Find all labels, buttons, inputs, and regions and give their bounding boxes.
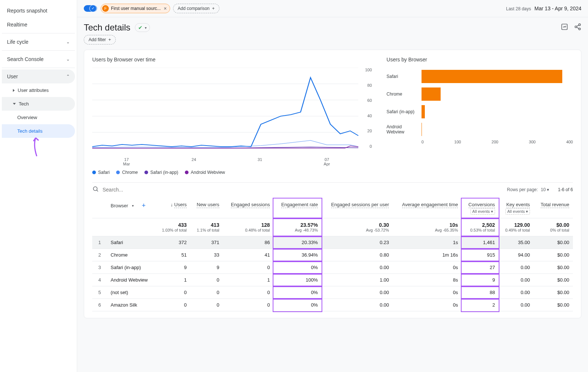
cell-conversions: 915 bbox=[462, 249, 499, 261]
cell-engagement-rate: 0% bbox=[273, 261, 322, 274]
cell-avg-time: 1m 16s bbox=[392, 249, 462, 261]
line-chart-title: Users by Browser over time bbox=[92, 57, 372, 62]
cell-new-users: 9 bbox=[190, 261, 223, 274]
table-controls: Rows per page: 10 ▾ 1-6 of 6 bbox=[92, 182, 573, 198]
nav-realtime[interactable]: Realtime bbox=[2, 18, 75, 32]
cell-engaged-sessions: 1 bbox=[223, 274, 274, 286]
bar-label: Safari (in-app) bbox=[387, 109, 422, 114]
bar-row[interactable]: Chrome bbox=[387, 85, 573, 103]
add-filter-button[interactable]: Add filter + bbox=[84, 35, 116, 44]
svg-point-2 bbox=[575, 26, 577, 28]
nav-user[interactable]: User ⌃ bbox=[2, 69, 75, 83]
search-icon[interactable] bbox=[92, 186, 99, 193]
add-filter-label: Add filter bbox=[89, 37, 106, 42]
svg-point-1 bbox=[579, 24, 581, 25]
nav-user-attributes[interactable]: User attributes bbox=[2, 83, 75, 97]
cell-key-events: 0.00 bbox=[499, 286, 534, 299]
nav-user-label: User bbox=[7, 74, 18, 79]
add-dimension-button[interactable]: + bbox=[142, 202, 146, 210]
rows-per-page-select[interactable]: 10 ▾ bbox=[541, 187, 549, 192]
x-axis-labels: 17Mar 24 31 07Apr bbox=[92, 156, 372, 166]
add-comparison-button[interactable]: Add comparison + bbox=[173, 4, 219, 13]
cell-avg-time: 0s bbox=[392, 299, 462, 311]
col-engagement-rate[interactable]: Engagement rate bbox=[273, 198, 322, 218]
cell-engaged-sessions: 0 bbox=[223, 261, 274, 274]
rows-per-page-label: Rows per page: bbox=[507, 187, 538, 192]
dimension-header[interactable]: Browser ▾ + bbox=[107, 198, 155, 218]
date-range-picker[interactable]: Last 28 days Mar 13 - Apr 9, 2024 bbox=[506, 6, 581, 11]
chip-remove-icon[interactable]: × bbox=[164, 6, 166, 11]
search-input[interactable] bbox=[103, 187, 176, 193]
col-revenue[interactable]: Total revenue bbox=[534, 198, 573, 218]
nav-search-console[interactable]: Search Console ⌄ bbox=[2, 52, 75, 66]
dimension-value: Chrome bbox=[107, 249, 155, 261]
cell-key-events: 94.00 bbox=[499, 249, 534, 261]
caret-down-icon bbox=[13, 103, 16, 105]
cell-revenue: $0.00 bbox=[534, 274, 573, 286]
y-axis-labels: 100806040200 bbox=[365, 68, 372, 149]
caret-right-icon bbox=[13, 89, 15, 92]
col-engaged-per-user[interactable]: Engaged sessions per user bbox=[322, 198, 393, 218]
bar-chart[interactable]: Safari Chrome Safari (in-app) Android We… bbox=[387, 68, 573, 156]
cell-revenue: $0.00 bbox=[534, 249, 573, 261]
nav-tech[interactable]: Tech bbox=[2, 97, 75, 111]
table-row[interactable]: 5 (not set) 0 0 0 0% 0.00 0s 88 0.00 $0.… bbox=[92, 286, 573, 299]
bar-row[interactable]: Safari bbox=[387, 68, 573, 85]
nav-reports-snapshot[interactable]: Reports snapshot bbox=[2, 4, 75, 18]
dimension-value: Safari (in-app) bbox=[107, 261, 155, 274]
insights-icon[interactable] bbox=[561, 23, 568, 32]
col-new-users[interactable]: New users bbox=[190, 198, 223, 218]
cell-engaged-sessions: 0 bbox=[223, 286, 274, 299]
chevron-up-icon: ⌃ bbox=[66, 74, 70, 79]
row-number: 3 bbox=[92, 261, 107, 274]
filter-chip[interactable]: F First user manual sourc... × bbox=[101, 4, 170, 13]
bar-chart-title: Users by Browser bbox=[387, 57, 573, 62]
row-number: 2 bbox=[92, 249, 107, 261]
status-badge[interactable]: ✔ ▾ bbox=[135, 23, 150, 32]
bar-x-axis: 0100200300400 bbox=[387, 140, 573, 144]
cell-revenue: $0.00 bbox=[534, 236, 573, 249]
cell-engagement-rate: 20.33% bbox=[273, 236, 322, 249]
table-header-row: Browser ▾ + ↓ Users New users Engaged se… bbox=[92, 198, 573, 218]
cell-new-users: 33 bbox=[190, 249, 223, 261]
table-row[interactable]: 6 Amazon Silk 0 0 0 0% 0.00 0s 2 0.00 $0… bbox=[92, 299, 573, 311]
date-range-text: Mar 13 - Apr 9, 2024 bbox=[534, 6, 581, 11]
bar-row[interactable]: Safari (in-app) bbox=[387, 103, 573, 121]
col-engaged-sessions[interactable]: Engaged sessions bbox=[223, 198, 274, 218]
col-key-events[interactable]: Key eventsAll events ▾ bbox=[499, 198, 534, 218]
table-row[interactable]: 3 Safari (in-app) 9 9 0 0% 0.00 0s 27 0.… bbox=[92, 261, 573, 274]
svg-point-12 bbox=[93, 187, 97, 191]
table-row[interactable]: 4 Android Webview 1 0 1 100% 1.00 8s 9 0… bbox=[92, 274, 573, 286]
cell-engaged-per-user: 0.00 bbox=[322, 286, 393, 299]
bar-label: Chrome bbox=[387, 92, 422, 97]
cell-engagement-rate: 36.94% bbox=[273, 249, 322, 261]
svg-line-5 bbox=[577, 27, 579, 28]
data-table: Browser ▾ + ↓ Users New users Engaged se… bbox=[92, 198, 573, 311]
nav-tech-overview[interactable]: Overview bbox=[2, 111, 75, 124]
cell-conversions: 2 bbox=[462, 299, 499, 311]
table-row[interactable]: 2 Chrome 51 33 41 36.94% 0.80 1m 16s 915… bbox=[92, 249, 573, 261]
cell-users: 9 bbox=[155, 261, 190, 274]
bar-row[interactable]: Android Webview bbox=[387, 121, 573, 138]
nav-search-console-label: Search Console bbox=[7, 56, 44, 62]
line-chart[interactable]: 100806040200 bbox=[92, 68, 372, 156]
sidebar: Reports snapshot Realtime Life cycle ⌄ S… bbox=[0, 0, 77, 372]
col-users[interactable]: ↓ Users bbox=[155, 198, 190, 218]
col-conversions[interactable]: ConversionsAll events ▾ bbox=[462, 198, 499, 218]
bar-label: Android Webview bbox=[387, 124, 422, 135]
cell-conversions: 88 bbox=[462, 286, 499, 299]
cell-engagement-rate: 0% bbox=[273, 286, 322, 299]
cell-engaged-per-user: 0.80 bbox=[322, 249, 393, 261]
col-avg-time[interactable]: Average engagement time bbox=[392, 198, 462, 218]
dimension-value: (not set) bbox=[107, 286, 155, 299]
table-row[interactable]: 1 Safari 372 371 86 20.33% 0.23 1s 1,461… bbox=[92, 236, 573, 249]
nav-life-cycle[interactable]: Life cycle ⌄ bbox=[2, 35, 75, 49]
comparison-toggle[interactable] bbox=[84, 5, 97, 12]
cell-revenue: $0.00 bbox=[534, 261, 573, 274]
cell-avg-time: 8s bbox=[392, 274, 462, 286]
cell-engaged-sessions: 0 bbox=[223, 299, 274, 311]
cell-engaged-sessions: 41 bbox=[223, 249, 274, 261]
share-icon[interactable] bbox=[574, 23, 581, 32]
svg-point-3 bbox=[579, 28, 581, 30]
cell-engaged-per-user: 0.00 bbox=[322, 261, 393, 274]
